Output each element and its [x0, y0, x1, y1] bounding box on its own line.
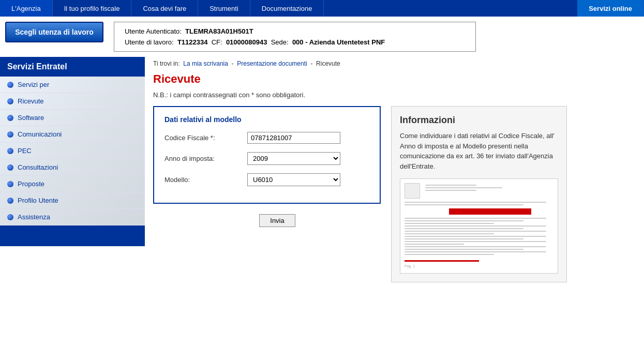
- bullet-icon: [7, 82, 13, 88]
- sidebar-item-consultazioni[interactable]: Consultazioni: [0, 159, 145, 176]
- bullet-icon: [7, 115, 13, 121]
- cf-label: CF:: [212, 38, 222, 46]
- doc-header-text: [425, 183, 553, 199]
- sidebar-item-pec[interactable]: PEC: [0, 143, 145, 159]
- utente-autenticato-value: TLEMRA83A01H501T: [185, 27, 253, 35]
- breadcrumb-link-presentazione[interactable]: Presentazione documenti: [237, 60, 307, 67]
- doc-red-bar: [449, 208, 531, 215]
- doc-footer-text: Pag. 1: [405, 264, 553, 269]
- bullet-icon: [7, 148, 13, 154]
- anno-imposta-label: Anno di imposta:: [164, 155, 247, 162]
- sidebar-bottom: [0, 225, 145, 246]
- nav-agenzia[interactable]: L'Agenzia: [0, 0, 53, 17]
- codice-fiscale-row: Codice Fiscale *:: [164, 132, 369, 144]
- bullet-icon: [7, 98, 13, 104]
- nav-strumenti[interactable]: Strumenti: [198, 0, 250, 17]
- sidebar-item-proposte[interactable]: Proposte: [0, 176, 145, 192]
- sidebar-item-servizi[interactable]: Servizi per: [0, 77, 145, 93]
- page-title: Ricevute: [153, 72, 636, 86]
- anno-imposta-select[interactable]: 2007 2008 2009 2010 2011: [247, 152, 340, 165]
- modello-label: Modello:: [164, 176, 247, 184]
- info-box-title: Informazioni: [400, 115, 558, 126]
- sidebar-menu: Servizi per Ricevute Software Comunicazi…: [0, 77, 145, 246]
- breadcrumb-link-scrivania[interactable]: La mia scrivania: [183, 60, 228, 67]
- anno-imposta-row: Anno di imposta: 2007 2008 2009 2010 201…: [164, 152, 369, 165]
- bullet-icon: [7, 214, 13, 220]
- codice-fiscale-input[interactable]: [247, 132, 340, 144]
- breadcrumb-current: Ricevute: [316, 60, 340, 67]
- doc-logo: [405, 183, 420, 199]
- codice-fiscale-label: Codice Fiscale *:: [164, 134, 247, 142]
- nav-cosa[interactable]: Cosa devi fare: [131, 0, 198, 17]
- bullet-icon: [7, 181, 13, 187]
- form-section: Dati relativi al modello Codice Fiscale …: [153, 106, 636, 282]
- user-info-box: Utente Autenticato: TLEMRA83A01H501T Ute…: [114, 22, 476, 52]
- bullet-icon: [7, 131, 13, 138]
- form-box-title: Dati relativi al modello: [164, 115, 369, 124]
- modello-row: Modello: U6010 U6011 U6012: [164, 173, 369, 186]
- breadcrumb: Ti trovi in: La mia scrivania - Presenta…: [153, 60, 636, 67]
- nav-profilo[interactable]: Il tuo profilo fiscale: [53, 0, 132, 17]
- sede-label: Sede:: [271, 38, 289, 46]
- content-area: Ti trovi in: La mia scrivania - Presenta…: [145, 57, 644, 291]
- sidebar-item-software[interactable]: Software: [0, 110, 145, 126]
- form-box: Dati relativi al modello Codice Fiscale …: [153, 106, 381, 204]
- utente-autenticato-label: Utente Autenticato:: [125, 27, 182, 35]
- form-container: Dati relativi al modello Codice Fiscale …: [153, 106, 381, 227]
- utente-lavoro-label: Utente di lavoro:: [125, 38, 174, 46]
- nav-documentazione[interactable]: Documentazione: [250, 0, 324, 17]
- main-layout: Servizi Entratel Servizi per Ricevute So…: [0, 57, 644, 291]
- utente-lavoro-value: T1122334: [177, 38, 208, 46]
- modello-select[interactable]: U6010 U6011 U6012: [247, 173, 340, 186]
- doc-red-footer: [405, 260, 479, 262]
- invia-button[interactable]: Invia: [259, 214, 295, 227]
- scegli-utenza-button[interactable]: Scegli utenza di lavoro: [5, 22, 103, 42]
- submit-area: Invia: [153, 214, 381, 227]
- sidebar-item-comunicazioni[interactable]: Comunicazioni: [0, 126, 145, 143]
- bullet-icon: [7, 198, 13, 204]
- sidebar-item-assistenza[interactable]: Assistenza: [0, 209, 145, 225]
- note-text: N.B.: i campi contrassegnati con * sono …: [153, 91, 636, 99]
- sidebar-item-profilo[interactable]: Profilo Utente: [0, 192, 145, 209]
- nav-servizi-online[interactable]: Servizi online: [577, 0, 644, 17]
- cf-value: 01000080943: [226, 38, 267, 46]
- document-preview: Pag. 1: [400, 178, 558, 274]
- bullet-icon: [7, 164, 13, 171]
- info-box: Informazioni Come individuare i dati rel…: [391, 106, 567, 282]
- sidebar-header: Servizi Entratel: [0, 57, 145, 77]
- sidebar: Servizi Entratel Servizi per Ricevute So…: [0, 57, 145, 246]
- sidebar-item-ricevute[interactable]: Ricevute: [0, 93, 145, 110]
- sede-value: 000 - Azienda Utentetest PNF: [292, 38, 385, 46]
- top-navigation: L'Agenzia Il tuo profilo fiscale Cosa de…: [0, 0, 644, 17]
- header-area: Scegli utenza di lavoro Utente Autentica…: [0, 17, 644, 57]
- info-box-text: Come individuare i dati relativi al Codi…: [400, 131, 558, 171]
